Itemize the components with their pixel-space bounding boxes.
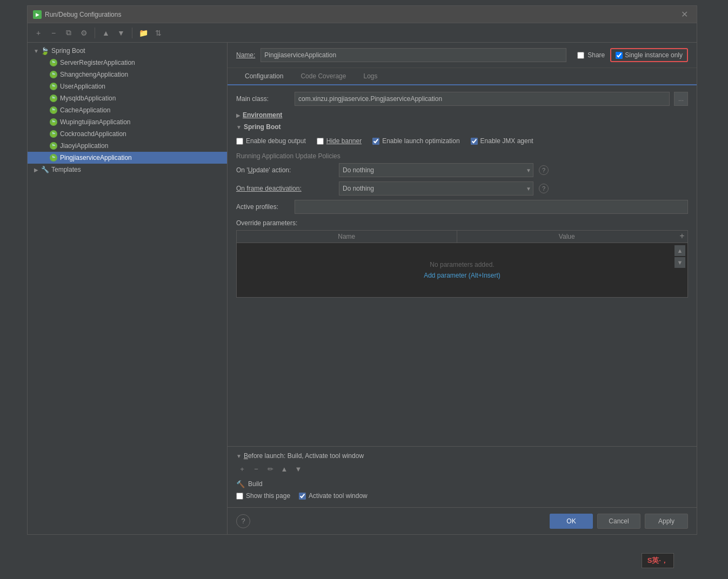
item-label-1: ShangchengApplication bbox=[60, 71, 128, 78]
remove-config-button[interactable]: − bbox=[47, 26, 60, 39]
enable-jmx-checkbox[interactable] bbox=[471, 138, 478, 145]
help-icon-1[interactable]: ? bbox=[539, 165, 549, 175]
spring-boot-group[interactable]: ▼ 🍃 Spring Boot bbox=[28, 45, 227, 57]
sort-button[interactable]: ⇅ bbox=[152, 26, 165, 39]
tab-configuration[interactable]: Configuration bbox=[236, 68, 292, 85]
item-label-8: PingjiaserviceApplication bbox=[60, 154, 132, 161]
activate-tool-item[interactable]: Activate tool window bbox=[299, 492, 368, 500]
settings-button[interactable]: ⚙ bbox=[77, 26, 90, 39]
activate-tool-checkbox[interactable] bbox=[299, 493, 306, 500]
add-param-btn-inline[interactable]: + bbox=[677, 231, 687, 241]
move-up-button[interactable]: ▲ bbox=[99, 26, 112, 39]
bl-remove-btn[interactable]: − bbox=[250, 463, 262, 475]
bl-edit-btn[interactable]: ✏ bbox=[264, 463, 276, 475]
sidebar-item-3[interactable]: 🍃 MysqldbApplication bbox=[28, 92, 227, 104]
show-page-label: Show this page bbox=[246, 492, 290, 500]
hide-banner-checkbox[interactable] bbox=[317, 138, 324, 145]
before-launch-header: ▼ Before launch: Build, Activate tool wi… bbox=[236, 452, 688, 460]
cancel-button[interactable]: Cancel bbox=[597, 514, 640, 529]
ok-button[interactable]: OK bbox=[550, 514, 593, 529]
sidebar-item-7[interactable]: 🍃 JiaoyiApplication bbox=[28, 140, 227, 152]
toolbar-separator bbox=[95, 28, 95, 38]
name-field-label: Name: bbox=[236, 51, 255, 59]
show-page-row: Show this page Activate tool window bbox=[236, 490, 688, 502]
params-header: Name Value + bbox=[237, 231, 687, 243]
dialog-icon: ▶ bbox=[33, 10, 42, 19]
help-icon-2[interactable]: ? bbox=[539, 184, 549, 193]
tab-logs[interactable]: Logs bbox=[355, 68, 386, 85]
name-input[interactable] bbox=[261, 48, 566, 62]
run-debug-dialog: ▶ Run/Debug Configurations ✕ + − ⧉ ⚙ ▲ ▼… bbox=[27, 5, 697, 535]
copy-config-button[interactable]: ⧉ bbox=[62, 26, 75, 39]
debug-output-checkbox[interactable] bbox=[236, 138, 243, 145]
tabs-row: Configuration Code Coverage Logs bbox=[228, 68, 697, 85]
tab-code-coverage[interactable]: Code Coverage bbox=[292, 68, 355, 85]
debug-output-label: Enable debug output bbox=[246, 137, 306, 145]
before-launch-toggle: ▼ bbox=[236, 453, 242, 459]
hide-banner-label: Hide banner bbox=[326, 137, 362, 145]
bl-down-btn[interactable]: ▼ bbox=[292, 463, 304, 475]
sidebar-item-8[interactable]: 🍃 PingjiaserviceApplication bbox=[28, 152, 227, 164]
add-param-link[interactable]: Add parameter (Alt+Insert) bbox=[424, 272, 500, 279]
main-class-input[interactable] bbox=[295, 92, 670, 106]
templates-label: Templates bbox=[51, 166, 81, 173]
debug-output-item[interactable]: Enable debug output bbox=[236, 137, 306, 145]
apply-button[interactable]: Apply bbox=[645, 514, 688, 529]
single-instance-checkbox[interactable] bbox=[616, 52, 623, 59]
on-frame-select[interactable]: Do nothing Update resources Update class… bbox=[339, 181, 533, 196]
scroll-up-btn[interactable]: ▲ bbox=[674, 245, 685, 256]
ime-indicator: S英·， bbox=[642, 553, 674, 568]
item-label-4: CacheApplication bbox=[60, 106, 110, 114]
main-content: ▼ 🍃 Spring Boot 🍃 ServerRegisterApplicat… bbox=[28, 43, 697, 534]
config-panel: Main class: ... ▶ Environment ▼ Spring B… bbox=[228, 85, 697, 446]
build-row: 🔨 Build bbox=[236, 478, 688, 490]
share-checkbox[interactable] bbox=[577, 52, 584, 59]
before-launch-section: ▼ Before launch: Build, Activate tool wi… bbox=[228, 446, 697, 507]
sidebar-item-6[interactable]: 🍃 CockroachdApplication bbox=[28, 128, 227, 140]
sidebar-item-1[interactable]: 🍃 ShangchengApplication bbox=[28, 69, 227, 80]
spring-icon-7: 🍃 bbox=[49, 142, 58, 150]
expand-icon: ▼ bbox=[32, 46, 41, 55]
profiles-input[interactable] bbox=[295, 200, 688, 214]
sidebar-item-2[interactable]: 🍃 UserApplication bbox=[28, 80, 227, 92]
no-params-text: No parameters added. bbox=[430, 261, 494, 268]
params-body: No parameters added. Add parameter (Alt+… bbox=[237, 243, 687, 297]
show-page-item[interactable]: Show this page bbox=[236, 492, 290, 500]
add-config-button[interactable]: + bbox=[32, 26, 45, 39]
browse-button[interactable]: ... bbox=[674, 92, 688, 106]
close-button[interactable]: ✕ bbox=[678, 8, 691, 21]
single-instance-label: Single instance only bbox=[625, 51, 683, 59]
templates-folder-icon: 🔧 bbox=[41, 165, 49, 174]
item-label-0: ServerRegisterApplication bbox=[60, 59, 135, 66]
bl-up-btn[interactable]: ▲ bbox=[278, 463, 290, 475]
override-section: Override parameters: Name Value + No par… bbox=[236, 219, 688, 298]
enable-launch-item[interactable]: Enable launch optimization bbox=[372, 137, 459, 145]
on-update-select-wrap: Do nothing Update resources Update class… bbox=[339, 163, 533, 177]
enable-launch-checkbox[interactable] bbox=[372, 138, 379, 145]
override-title: Override parameters: bbox=[236, 219, 688, 227]
policy-section: Running Application Update Policies On '… bbox=[236, 152, 688, 196]
footer-left: ? bbox=[236, 514, 250, 528]
profiles-row: Active profiles: bbox=[236, 200, 688, 214]
on-update-select[interactable]: Do nothing Update resources Update class… bbox=[339, 163, 533, 177]
params-table: Name Value + No parameters added. Add pa… bbox=[236, 230, 688, 298]
hide-banner-item[interactable]: Hide banner bbox=[317, 137, 362, 145]
springboot-header[interactable]: ▼ Spring Boot bbox=[236, 123, 688, 131]
enable-jmx-item[interactable]: Enable JMX agent bbox=[471, 137, 533, 145]
bl-add-btn[interactable]: + bbox=[236, 463, 248, 475]
templates-group[interactable]: ▶ 🔧 Templates bbox=[28, 164, 227, 176]
spring-icon-0: 🍃 bbox=[49, 58, 58, 67]
sidebar: ▼ 🍃 Spring Boot 🍃 ServerRegisterApplicat… bbox=[28, 43, 228, 534]
sidebar-item-5[interactable]: 🍃 WupingtuijianApplication bbox=[28, 116, 227, 128]
scroll-down-btn[interactable]: ▼ bbox=[674, 257, 685, 268]
folder-button[interactable]: 📁 bbox=[137, 26, 150, 39]
help-button[interactable]: ? bbox=[236, 514, 250, 528]
environment-section[interactable]: ▶ Environment bbox=[236, 111, 688, 119]
on-frame-row: On frame deactivation: Do nothing Update… bbox=[236, 181, 688, 196]
sidebar-item-4[interactable]: 🍃 CacheApplication bbox=[28, 104, 227, 116]
sidebar-item-0[interactable]: 🍃 ServerRegisterApplication bbox=[28, 57, 227, 69]
springboot-section: ▼ Spring Boot Enable debug output Hide b… bbox=[236, 123, 688, 196]
show-page-checkbox[interactable] bbox=[236, 493, 243, 500]
move-down-button[interactable]: ▼ bbox=[115, 26, 128, 39]
params-actions: ▲ ▼ bbox=[672, 243, 687, 270]
